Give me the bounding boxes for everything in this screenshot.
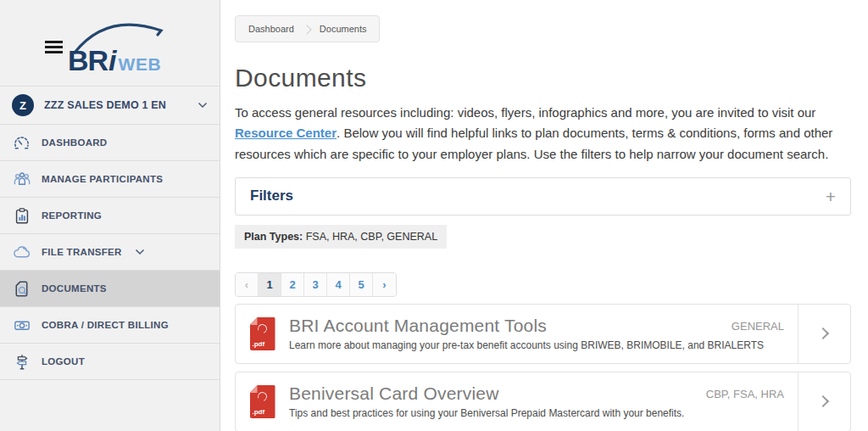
document-title: BRI Account Management Tools <box>289 316 718 336</box>
sidebar: BR i WEB Z ZZZ SALES DEMO 1 EN DASHBOARD <box>0 0 220 431</box>
pdf-file-icon: .pdf <box>250 385 275 418</box>
resource-center-link[interactable]: Resource Center <box>235 126 337 140</box>
pagination: ‹ 1 2 3 4 5 › <box>235 272 397 297</box>
page-title: Documents <box>235 64 851 92</box>
sidebar-item-manage-participants[interactable]: MANAGE PARTICIPANTS <box>0 161 220 198</box>
sidebar-item-file-transfer[interactable]: FILE TRANSFER <box>0 234 220 271</box>
pdf-fold-corner <box>250 385 258 393</box>
filter-chip-value: FSA, HRA, CBP, GENERAL <box>303 231 437 243</box>
breadcrumb-separator-icon <box>302 25 311 34</box>
chevron-down-icon <box>135 249 145 255</box>
pagination-page-5[interactable]: 5 <box>350 273 373 296</box>
breadcrumb-item-documents: Documents <box>320 24 367 34</box>
intro-text: To access general resources including: v… <box>235 103 851 165</box>
pagination-prev-button[interactable]: ‹ <box>236 273 259 296</box>
pagination-page-4[interactable]: 4 <box>327 273 350 296</box>
pagination-page-2[interactable]: 2 <box>281 273 304 296</box>
sidebar-item-label: COBRA / DIRECT BILLING <box>42 320 169 330</box>
sidebar-filler <box>0 380 220 431</box>
main-content: Dashboard Documents Documents To access … <box>220 0 868 431</box>
pagination-page-3[interactable]: 3 <box>304 273 327 296</box>
filters-toggle[interactable]: Filters + <box>235 177 851 216</box>
sidebar-item-label: DOCUMENTS <box>42 283 107 294</box>
chevron-right-icon <box>817 395 829 407</box>
brand-logo: BR i WEB <box>68 44 161 77</box>
sidebar-item-dashboard[interactable]: DASHBOARD <box>0 125 220 161</box>
document-description: Tips and best practices for using your B… <box>289 407 784 419</box>
plan-types-filter-chip[interactable]: Plan Types: FSA, HRA, CBP, GENERAL <box>235 225 447 249</box>
document-list: .pdf BRI Account Management Tools GENERA… <box>235 304 851 431</box>
breadcrumb: Dashboard Documents <box>235 15 380 42</box>
document-row-bri-account-management-tools[interactable]: .pdf BRI Account Management Tools GENERA… <box>235 304 851 364</box>
clipboard-chart-icon <box>11 205 32 226</box>
pdf-file-icon: .pdf <box>250 317 275 350</box>
hamburger-menu-button[interactable] <box>45 41 63 53</box>
plus-icon: + <box>826 188 836 205</box>
signpost-icon <box>11 351 32 372</box>
cloud-icon <box>11 242 32 262</box>
sidebar-item-label: FILE TRANSFER <box>42 247 122 257</box>
open-document-button[interactable] <box>798 372 850 431</box>
chevron-right-icon <box>817 327 829 339</box>
hamburger-bar <box>45 41 63 43</box>
hamburger-bar <box>45 46 63 48</box>
user-account-selector[interactable]: Z ZZZ SALES DEMO 1 EN <box>0 87 220 125</box>
banknote-icon <box>11 315 32 335</box>
document-search-icon <box>11 278 32 299</box>
document-card-body: Beniversal Card Overview CBP, FSA, HRA T… <box>289 372 798 431</box>
pagination-next-button[interactable]: › <box>373 273 396 296</box>
people-icon <box>11 169 32 189</box>
gauge-icon <box>11 132 32 153</box>
filters-title: Filters <box>250 188 826 204</box>
hamburger-bar <box>45 51 63 53</box>
document-title: Beniversal Card Overview <box>289 383 693 404</box>
breadcrumb-item-dashboard[interactable]: Dashboard <box>248 24 294 34</box>
sidebar-header: BR i WEB <box>0 0 220 87</box>
pdf-extension-label: .pdf <box>253 408 265 416</box>
sidebar-item-label: MANAGE PARTICIPANTS <box>42 174 163 184</box>
filter-chip-label: Plan Types: <box>244 231 303 243</box>
pdf-extension-label: .pdf <box>253 340 265 348</box>
pdf-icon-wrap: .pdf <box>236 305 289 363</box>
sidebar-item-documents[interactable]: DOCUMENTS <box>0 271 220 307</box>
brand-logo-text-i: i <box>108 44 116 77</box>
sidebar-item-label: LOGOUT <box>42 356 85 367</box>
open-document-button[interactable] <box>798 305 850 363</box>
chevron-down-icon <box>198 102 208 109</box>
brand-logo-text: BR <box>68 44 108 77</box>
document-plan-tags: CBP, FSA, HRA <box>706 388 784 400</box>
sidebar-item-reporting[interactable]: REPORTING <box>0 198 220 234</box>
document-description: Learn more about managing your pre-tax b… <box>289 339 784 351</box>
pagination-page-1[interactable]: 1 <box>259 273 281 296</box>
sidebar-item-logout[interactable]: LOGOUT <box>0 344 220 380</box>
pdf-swirl-glyph <box>256 390 269 403</box>
sidebar-item-label: DASHBOARD <box>42 137 107 148</box>
pdf-icon-wrap: .pdf <box>236 372 289 431</box>
pdf-fold-corner <box>250 317 258 325</box>
intro-text-before: To access general resources including: v… <box>235 105 815 120</box>
document-card-body: BRI Account Management Tools GENERAL Lea… <box>289 305 798 363</box>
sidebar-item-label: REPORTING <box>42 210 102 221</box>
brand-logo-text-web: WEB <box>119 54 162 75</box>
user-avatar: Z <box>12 94 34 116</box>
pdf-swirl-glyph <box>256 322 269 335</box>
sidebar-item-cobra-direct-billing[interactable]: COBRA / DIRECT BILLING <box>0 307 220 344</box>
document-plan-tags: GENERAL <box>732 320 784 333</box>
user-name: ZZZ SALES DEMO 1 EN <box>44 99 198 111</box>
document-row-beniversal-card-overview[interactable]: .pdf Beniversal Card Overview CBP, FSA, … <box>235 372 851 431</box>
